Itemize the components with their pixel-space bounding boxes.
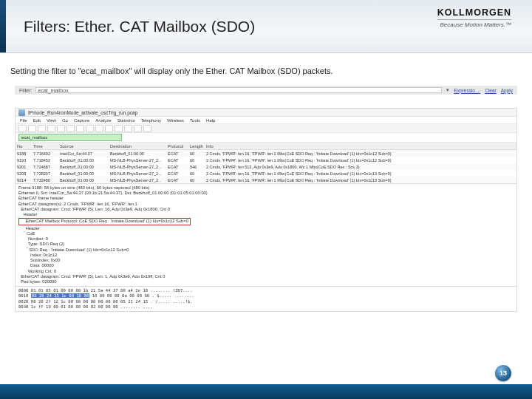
hex-row: 0010 05 20 24 15 1c 00 18 00 10 80 00 00… bbox=[18, 293, 514, 299]
detail-dg2: EtherCAT datagram: Cmd: 'FPWR' (5), Len:… bbox=[18, 207, 514, 212]
wireshark-toolbar bbox=[16, 124, 516, 133]
tb-icon[interactable] bbox=[115, 125, 123, 132]
tb-icon[interactable] bbox=[57, 125, 65, 132]
detail-eth: Ethernet II, Src: IntelCor_5a:44:37 (00:… bbox=[18, 191, 514, 196]
col-source: Source bbox=[58, 144, 109, 149]
menu-file[interactable]: File bbox=[20, 118, 27, 123]
page-number-badge: 13 bbox=[495, 365, 511, 381]
detail-pad: Pad bytes: 020000 bbox=[18, 279, 514, 284]
detail-index: Index: 0x1c12 bbox=[18, 253, 514, 258]
capture-file-name: IPmode_Run4rcmMode_activate_oscTrig_run.… bbox=[28, 110, 137, 115]
packet-row[interactable]: 92017.724687Beckhoff_01:00:00MS-NLB-Phys… bbox=[16, 163, 516, 170]
wireshark-titlebar: IPmode_Run4rcmMode_activate_oscTrig_run.… bbox=[16, 109, 516, 117]
detail-number: Number: 0 bbox=[18, 236, 514, 242]
tb-icon[interactable] bbox=[95, 125, 103, 132]
packet-row[interactable]: 91937.718452Beckhoff_01:00:00MS-NLB-Phys… bbox=[16, 157, 516, 163]
detail-coe: ˅ CoE bbox=[18, 231, 514, 236]
col-length: Length bbox=[188, 144, 205, 149]
display-filter-bar: ecat_mailbox bbox=[16, 133, 516, 143]
wireshark-menubar: File Edit View Go Capture Analyze Statis… bbox=[16, 117, 516, 124]
apply-link[interactable]: Apply bbox=[501, 88, 513, 93]
hex-row: 0030 1c ff 19 00 01 00 00 00 02 00 00 00… bbox=[18, 304, 514, 310]
tb-icon[interactable] bbox=[76, 125, 84, 132]
detail-wc: Working Cnt: 0 bbox=[18, 269, 514, 274]
tb-icon[interactable] bbox=[143, 125, 151, 132]
menu-wireless[interactable]: Wireless bbox=[167, 118, 184, 123]
menu-view[interactable]: View bbox=[47, 118, 56, 123]
brand-logo: KOLLMORGEN bbox=[437, 7, 511, 18]
menu-go[interactable]: Go bbox=[62, 118, 68, 123]
packet-bytes[interactable]: 0000 01 01 05 01 00 00 00 1b 21 5a 44 37… bbox=[16, 287, 516, 311]
col-protocol: Protocol bbox=[166, 144, 188, 149]
detail-subindex: SubIndex: 0x00 bbox=[18, 258, 514, 263]
packet-row[interactable]: 91887.716492IntelCor_5a:44:37Beckhoff_01… bbox=[16, 150, 516, 157]
menu-edit[interactable]: Edit bbox=[33, 118, 41, 123]
hex-row: 0000 01 01 05 01 00 00 00 1b 21 5a 44 37… bbox=[18, 288, 514, 293]
menu-statistics[interactable]: Statistics bbox=[117, 118, 135, 123]
tb-icon[interactable] bbox=[18, 125, 27, 132]
tb-icon[interactable] bbox=[28, 125, 36, 132]
tb-icon[interactable] bbox=[105, 125, 113, 132]
tb-icon[interactable] bbox=[134, 125, 142, 132]
wireshark-window: IPmode_Run4rcmMode_activate_oscTrig_run.… bbox=[15, 108, 517, 312]
hex-selected: 05 20 24 15 1c 00 18 00 bbox=[31, 293, 89, 298]
packet-row[interactable]: 92087.728207Beckhoff_01:00:00MS-NLB-Phys… bbox=[16, 170, 516, 177]
tb-icon[interactable] bbox=[86, 125, 94, 132]
filter-input-top[interactable]: ecat_mailbox bbox=[35, 87, 443, 93]
packet-list[interactable]: No Time Source Destination Protocol Leng… bbox=[16, 143, 516, 184]
hex-row: 0020 00 20 2f 12 1c 00 00 00 00 00 00 00… bbox=[18, 299, 514, 304]
packet-list-header: No Time Source Destination Protocol Leng… bbox=[16, 143, 516, 150]
detail-data: Data: 00000 bbox=[18, 263, 514, 268]
menu-help[interactable]: Help bbox=[206, 118, 215, 123]
col-no: No bbox=[16, 144, 32, 149]
detail-frame: Frame 9188: 58 bytes on wire (480 bits),… bbox=[18, 185, 514, 191]
detail-dg: EtherCAT datagram(s): 2 Cmds, 'FPWR': le… bbox=[18, 202, 514, 207]
detail-coe-header: Header bbox=[18, 226, 514, 231]
detail-mailbox-highlight: EtherCAT Mailbox Protocol: CoE SDO Req :… bbox=[18, 218, 191, 225]
brand-block: KOLLMORGEN Because Motion Matters.™ bbox=[437, 7, 511, 28]
slide-header: Filters: Ether. CAT Mailbox (SDO) KOLLMO… bbox=[0, 0, 532, 53]
col-info: Info bbox=[205, 144, 516, 149]
clear-link[interactable]: Clear bbox=[485, 88, 497, 93]
packet-row[interactable]: 92147.732480Beckhoff_01:00:00MS-NLB-Phys… bbox=[16, 177, 516, 183]
menu-tools[interactable]: Tools bbox=[190, 118, 200, 123]
tb-icon[interactable] bbox=[47, 125, 55, 132]
expression-link[interactable]: Expressio ... bbox=[454, 88, 480, 93]
tb-icon[interactable] bbox=[124, 125, 132, 132]
col-destination: Destination bbox=[109, 144, 166, 149]
menu-capture[interactable]: Capture bbox=[74, 118, 89, 123]
detail-type: Type: SDO Req (2) bbox=[18, 242, 514, 247]
detail-sdoreq: ˅ SDO Req : 'Initiate Download' (1) Idx=… bbox=[18, 248, 514, 253]
menu-analyze[interactable]: Analyze bbox=[95, 118, 111, 123]
detail-ecf: EtherCAT frame header bbox=[18, 196, 514, 201]
detail-header: Header bbox=[18, 212, 514, 217]
display-filter-input[interactable]: ecat_mailbox bbox=[18, 134, 122, 141]
slide-footer-bar bbox=[0, 384, 532, 399]
slide-title: Filters: Ether. CAT Mailbox (SDO) bbox=[24, 18, 255, 35]
menu-telephony[interactable]: Telephony bbox=[141, 118, 161, 123]
filter-bar-top: Filter: ecat_mailbox ▾ Expressio ... Cle… bbox=[15, 86, 517, 95]
slide-caption: Setting the filter to "ecat_mailbox" wil… bbox=[0, 53, 532, 81]
packet-details[interactable]: Frame 9188: 58 bytes on wire (480 bits),… bbox=[16, 184, 516, 287]
detail-dg3: EtherCAT datagram: Cmd: 'FPWR' (5), Len:… bbox=[18, 274, 514, 279]
tb-icon[interactable] bbox=[38, 125, 46, 132]
tb-icon[interactable] bbox=[66, 125, 75, 132]
brand-tagline: Because Motion Matters.™ bbox=[437, 19, 511, 28]
col-time: Time bbox=[32, 144, 58, 149]
capture-file-icon bbox=[18, 109, 25, 116]
filter-label: Filter: bbox=[19, 88, 33, 93]
